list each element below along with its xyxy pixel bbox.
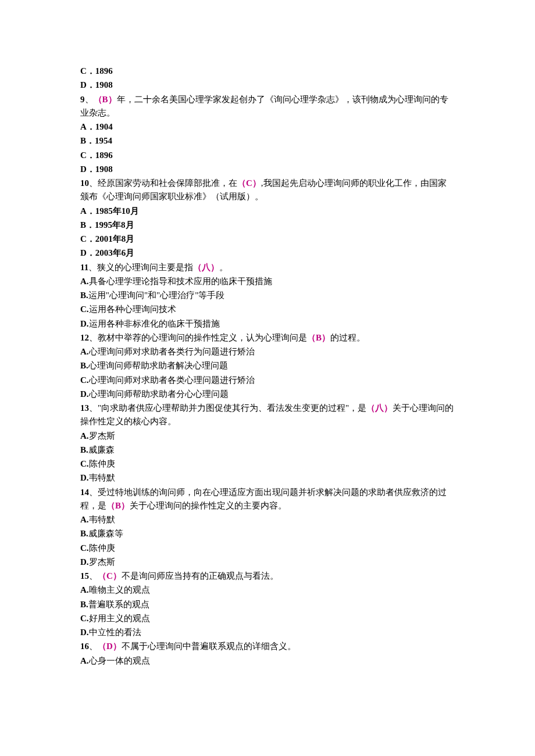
q12-option-d: D.心理询问师帮助求助者分心心理问题: [80, 388, 455, 401]
q14-number: 14: [80, 488, 89, 497]
q11-c-text: 运用各种心理询问技术: [89, 304, 176, 314]
q14-option-c: C.陈仲庚: [80, 542, 455, 555]
q13-pre: 、"向求助者供应心理帮助并力图促使其行为、看法发生变更的过程"，是: [89, 403, 366, 413]
q13-option-c: C.陈仲庚: [80, 457, 455, 471]
q10-option-d: D．2003年6月: [80, 246, 455, 260]
q10-stem: 10、经原国家劳动和社会保障部批准，在（C）,我国起先启动心理询问师的职业化工作…: [80, 177, 455, 204]
q12-answer: （B）: [307, 333, 330, 342]
q15-pre: 、: [89, 571, 98, 581]
prev-option-c: C．1896: [80, 65, 455, 78]
q10-answer: （C）: [237, 178, 261, 188]
q11-c-label: C.: [80, 304, 89, 314]
q12-option-c: C.心理询问师对求助者各类心理问题进行矫治: [80, 374, 455, 387]
q13-answer: （八）: [366, 403, 393, 413]
q13-option-b: B.威廉森: [80, 443, 455, 457]
q14-a-text: 韦特默: [89, 515, 115, 524]
q13-number: 13: [80, 403, 89, 413]
q15-b-text: 普遍联系的观点: [88, 600, 149, 609]
q12-option-a: A.心理询问师对求助者各类行为问题进行矫治: [80, 345, 455, 359]
q15-b-label: B.: [80, 600, 88, 609]
q15-d-text: 中立性的看法: [89, 628, 141, 637]
q15-stem: 15、（C）不是询问师应当持有的正确观点与看法。: [80, 569, 455, 583]
q13-stem: 13、"向求助者供应心理帮助并力图促使其行为、看法发生变更的过程"，是（八）关于…: [80, 402, 455, 429]
q16-option-a: A.心身一体的观点: [80, 654, 455, 668]
q10-number: 10: [80, 178, 89, 188]
q15-option-a: A.唯物主义的观点: [80, 583, 455, 597]
prev-option-d: D．1908: [80, 78, 455, 92]
q11-d-label: D.: [80, 319, 89, 328]
q13-d-label: D.: [80, 473, 89, 482]
q9-option-a: A．1904: [80, 120, 455, 134]
q11-option-c: C.运用各种心理询问技术: [80, 303, 455, 316]
q14-option-a: A.韦特默: [80, 513, 455, 526]
q11-post: 。: [219, 263, 228, 272]
q14-option-b: B.威廉森等: [80, 527, 455, 540]
q13-option-d: D.韦特默: [80, 471, 455, 485]
q11-pre: 、狭义的心理询问主要是指: [88, 263, 193, 272]
q10-pre: 、经原国家劳动和社会保障部批准，在: [89, 178, 237, 188]
q11-d-text: 运用各种非标准化的临床干预措施: [89, 319, 220, 328]
q15-option-b: B.普遍联系的观点: [80, 598, 455, 611]
q11-a-label: A.: [80, 277, 89, 286]
q11-option-d: D.运用各种非标准化的临床干预措施: [80, 317, 455, 331]
q13-option-a: A.罗杰斯: [80, 429, 455, 443]
q15-c-label: C.: [80, 614, 89, 623]
q15-a-label: A.: [80, 585, 89, 594]
q9-stem: 9、（B）年，二十余名美国心理学家发起创办了《询问心理学杂志》，该刊物成为心理询…: [80, 93, 455, 120]
q16-post: 不属于心理询问中普遍联系观点的详细含义。: [122, 642, 296, 651]
q15-option-c: C.好用主义的观点: [80, 612, 455, 625]
q12-b-text: 心理询问师帮助求助者解决心理问题: [88, 361, 228, 370]
q12-d-text: 心理询问师帮助求助者分心心理问题: [89, 389, 229, 399]
q16-number: 16: [80, 642, 89, 651]
q11-answer: （八）: [193, 263, 219, 272]
q15-c-text: 好用主义的观点: [89, 614, 150, 623]
q13-b-text: 威廉森: [88, 445, 115, 454]
q9-post: 年，二十余名美国心理学家发起创办了《询问心理学杂志》，该刊物成为心理询问的专业杂…: [80, 95, 448, 117]
q12-d-label: D.: [80, 389, 89, 399]
q13-d-text: 韦特默: [89, 473, 115, 482]
q16-a-text: 心身一体的观点: [89, 656, 150, 665]
q14-c-text: 陈仲庚: [89, 543, 115, 553]
q13-b-label: B.: [80, 445, 88, 454]
q12-b-label: B.: [80, 361, 88, 370]
q12-a-text: 心理询问师对求助者各类行为问题进行矫治: [89, 347, 255, 356]
q15-option-d: D.中立性的看法: [80, 626, 455, 639]
q11-number: 11: [80, 263, 88, 272]
q11-a-text: 具备心理学理论指导和技术应用的临床干预措施: [89, 277, 272, 286]
q12-pre: 、教材中举荐的心理询问的操作性定义，认为心理询问是: [89, 333, 307, 342]
q14-c-label: C.: [80, 543, 89, 553]
q14-stem: 14、受过特地训练的询问师，向在心理适应方面出现问题并祈求解决问题的求助者供应救…: [80, 486, 455, 513]
q14-post: 关于心理询问的操作性定义的主要内容。: [130, 501, 287, 510]
q15-answer: （C）: [98, 571, 122, 581]
document-page: C．1896 D．1908 9、（B）年，二十余名美国心理学家发起创办了《询问心…: [0, 0, 535, 703]
q14-d-label: D.: [80, 557, 89, 567]
q14-d-text: 罗杰斯: [89, 557, 115, 567]
q16-a-label: A.: [80, 656, 89, 665]
q11-option-b: B.运用"心理询问"和"心理治疗"等手段: [80, 289, 455, 302]
q9-option-c: C．1896: [80, 149, 455, 162]
q12-stem: 12、教材中举荐的心理询问的操作性定义，认为心理询问是（B）的过程。: [80, 331, 455, 345]
q9-number: 9: [80, 95, 85, 104]
q11-option-a: A.具备心理学理论指导和技术应用的临床干预措施: [80, 275, 455, 288]
q16-pre: 、: [89, 642, 98, 651]
q10-option-c: C．2001年8月: [80, 232, 455, 246]
q11-b-text: 运用"心理询问"和"心理治疗"等手段: [88, 291, 225, 300]
q14-b-text: 威廉森等: [88, 529, 123, 538]
q13-a-text: 罗杰斯: [89, 431, 115, 440]
q15-number: 15: [80, 571, 89, 581]
q9-option-d: D．1908: [80, 163, 455, 176]
q12-a-label: A.: [80, 347, 89, 356]
q16-answer: （D）: [98, 642, 122, 651]
q11-b-label: B.: [80, 291, 88, 300]
q10-option-b: B．1995年8月: [80, 218, 455, 232]
q11-stem: 11、狭义的心理询问主要是指（八）。: [80, 261, 455, 274]
q12-c-label: C.: [80, 375, 89, 385]
q10-option-a: A．1985年10月: [80, 205, 455, 218]
q12-post: 的过程。: [330, 333, 365, 342]
q12-c-text: 心理询问师对求助者各类心理问题进行矫治: [89, 375, 255, 385]
q15-a-text: 唯物主义的观点: [89, 585, 150, 594]
q15-post: 不是询问师应当持有的正确观点与看法。: [122, 571, 279, 581]
q9-answer: （B）: [94, 95, 117, 104]
q9-option-b: B．1954: [80, 134, 455, 148]
q12-number: 12: [80, 333, 89, 342]
